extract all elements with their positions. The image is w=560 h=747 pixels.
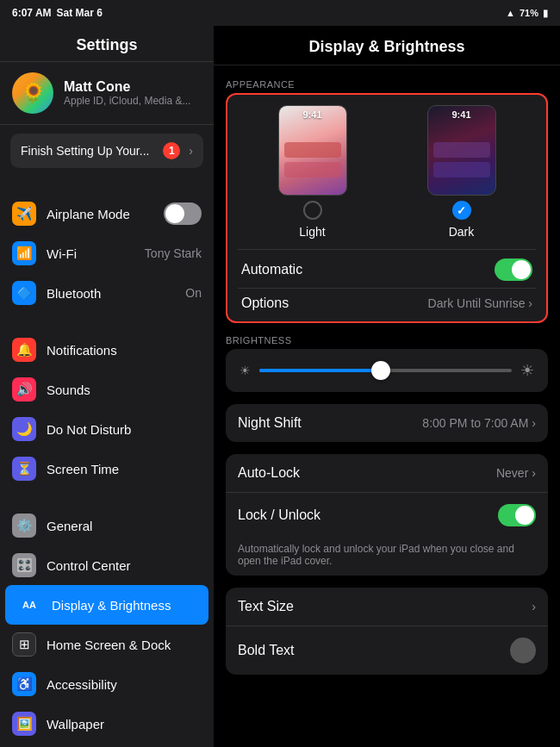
content-pane: Display & Brightness APPEARANCE 9:41: [214, 26, 560, 747]
night-shift-label: Night Shift: [238, 415, 302, 431]
bold-text-label: Bold Text: [238, 643, 295, 658]
sidebar-item-donotdisturb[interactable]: 🌙 Do Not Disturb: [0, 409, 214, 449]
sidebar-item-sounds[interactable]: 🔊 Sounds: [0, 370, 214, 409]
accessibility-icon: ♿: [12, 672, 36, 696]
lock-unlock-toggle[interactable]: [498, 504, 536, 526]
sidebar-item-label: Wallpaper: [47, 717, 202, 731]
text-size-row[interactable]: Text Size ›: [226, 588, 548, 626]
sidebar-item-homescreen[interactable]: ⊞ Home Screen & Dock: [0, 625, 214, 664]
brightness-thumb[interactable]: [371, 361, 390, 380]
sidebar-item-accessibility[interactable]: ♿ Accessibility: [0, 664, 214, 704]
sidebar-item-notifications[interactable]: 🔔 Notifications: [0, 330, 214, 370]
sidebar-item-wifi[interactable]: 📶 Wi-Fi Tony Stark: [0, 233, 214, 273]
time: 6:07 AM: [12, 7, 52, 19]
brightness-slider[interactable]: [259, 369, 512, 372]
airplane-toggle[interactable]: [164, 202, 202, 225]
screentime-icon: ⏳: [12, 457, 36, 481]
status-bar: 6:07 AM Sat Mar 6 ▲ 71% ▮: [0, 0, 560, 26]
light-preview: 9:41: [278, 105, 347, 196]
sidebar-item-airplane[interactable]: ✈️ Airplane Mode: [0, 194, 214, 233]
setup-row[interactable]: Finish Setting Up Your... 1 ›: [10, 134, 203, 168]
dark-radio[interactable]: [452, 201, 471, 220]
light-radio[interactable]: [303, 201, 322, 220]
sidebar-item-bluetooth[interactable]: 🔷 Bluetooth On: [0, 273, 214, 313]
options-value: Dark Until Sunrise ›: [428, 296, 532, 310]
automatic-toggle[interactable]: [495, 258, 532, 281]
chevron-right-icon: ›: [189, 144, 193, 158]
brightness-fill: [259, 369, 381, 372]
profile-row[interactable]: 🌻 Matt Cone Apple ID, iCloud, Media &...: [0, 62, 214, 125]
sidebar-item-label: Control Center: [47, 558, 202, 573]
wifi-icon: 📶: [12, 241, 36, 265]
sidebar-item-general[interactable]: ⚙️ General: [0, 506, 214, 545]
chevron-right-icon: ›: [532, 416, 536, 430]
dark-label: Dark: [449, 225, 475, 239]
brightness-row: ☀ ☀: [240, 361, 534, 380]
sidebar-item-label: General: [47, 519, 202, 533]
notifications-icon: 🔔: [12, 338, 36, 362]
chevron-right-icon: ›: [528, 296, 532, 310]
homescreen-icon: ⊞: [12, 632, 36, 657]
light-option[interactable]: 9:41 Light: [278, 105, 347, 239]
options-row[interactable]: Options Dark Until Sunrise ›: [238, 288, 536, 311]
status-right: ▲ 71% ▮: [506, 8, 548, 19]
sidebar-item-label: Display & Brightness: [52, 598, 196, 613]
wallpaper-icon: 🖼️: [12, 712, 36, 736]
sidebar-item-label: Sounds: [47, 383, 202, 397]
night-shift-card: Night Shift 8:00 PM to 7:00 AM ›: [226, 404, 548, 442]
night-shift-value: 8:00 PM to 7:00 AM ›: [422, 416, 536, 430]
brightness-section: BRIGHTNESS ☀ ☀: [226, 335, 548, 392]
sounds-icon: 🔊: [12, 377, 36, 402]
sidebar-item-controlcenter[interactable]: 🎛️ Control Center: [0, 545, 214, 585]
sidebar-section-notifications: 🔔 Notifications 🔊 Sounds 🌙 Do Not Distur…: [0, 330, 214, 489]
appearance-options: 9:41 Light 9:4: [238, 105, 536, 239]
dark-preview: 9:41: [427, 105, 496, 196]
text-size-label: Text Size: [238, 599, 294, 614]
appearance-card: 9:41 Light 9:4: [226, 93, 548, 323]
lock-unlock-label: Lock / Unlock: [238, 507, 320, 523]
automatic-label: Automatic: [241, 262, 302, 277]
dark-option[interactable]: 9:41 Dark: [427, 105, 496, 239]
date: Sat Mar 6: [57, 7, 103, 19]
airplane-icon: ✈️: [12, 202, 36, 226]
profile-subtitle: Apple ID, iCloud, Media &...: [64, 95, 190, 107]
text-card: Text Size › Bold Text: [226, 588, 548, 675]
bold-text-toggle[interactable]: [510, 638, 536, 663]
sidebar-section-connectivity: ✈️ Airplane Mode 📶 Wi-Fi Tony Stark 🔷 Bl…: [0, 194, 214, 313]
sidebar-item-label: Screen Time: [47, 462, 202, 476]
sidebar-item-label: Do Not Disturb: [47, 422, 202, 437]
sidebar-item-label: Home Screen & Dock: [47, 638, 202, 652]
bold-text-row: Bold Text: [226, 626, 548, 675]
lock-card: Auto-Lock Never › Lock / Unlock Automati…: [226, 454, 548, 576]
status-left: 6:07 AM Sat Mar 6: [12, 7, 103, 19]
profile-info: Matt Cone Apple ID, iCloud, Media &...: [64, 79, 190, 107]
displaybrightness-icon: AA: [17, 593, 41, 617]
light-time: 9:41: [279, 109, 346, 120]
sidebar-item-label: Notifications: [47, 343, 202, 358]
brightness-high-icon: ☀: [520, 361, 534, 380]
setup-badge: 1: [163, 142, 180, 159]
controlcenter-icon: 🎛️: [12, 553, 36, 577]
sidebar-item-displaybrightness[interactable]: AA Display & Brightness: [5, 585, 208, 625]
sidebar-item-screentime[interactable]: ⏳ Screen Time: [0, 449, 214, 489]
options-label: Options: [241, 296, 289, 311]
appearance-section-label: APPEARANCE: [226, 79, 548, 90]
sidebar-item-wallpaper[interactable]: 🖼️ Wallpaper: [0, 704, 214, 744]
profile-name: Matt Cone: [64, 79, 190, 95]
sidebar: Settings 🌻 Matt Cone Apple ID, iCloud, M…: [0, 26, 214, 747]
wifi-value: Tony Stark: [145, 246, 202, 260]
battery-icon: ▮: [543, 8, 548, 19]
light-label: Light: [299, 225, 325, 239]
lock-unlock-row: Lock / Unlock: [226, 492, 548, 538]
appearance-section: APPEARANCE 9:41: [226, 79, 548, 323]
sidebar-item-sirisearch[interactable]: 🎙️ Siri & Search: [0, 744, 214, 747]
sidebar-title: Settings: [0, 26, 214, 62]
auto-lock-label: Auto-Lock: [238, 465, 300, 481]
content-title: Display & Brightness: [214, 26, 560, 65]
auto-lock-row[interactable]: Auto-Lock Never ›: [226, 454, 548, 492]
brightness-label: BRIGHTNESS: [226, 335, 548, 345]
brightness-card: ☀ ☀: [226, 349, 548, 392]
night-shift-row[interactable]: Night Shift 8:00 PM to 7:00 AM ›: [226, 404, 548, 442]
bluetooth-value: On: [185, 286, 202, 300]
content-body: APPEARANCE 9:41: [214, 65, 560, 688]
